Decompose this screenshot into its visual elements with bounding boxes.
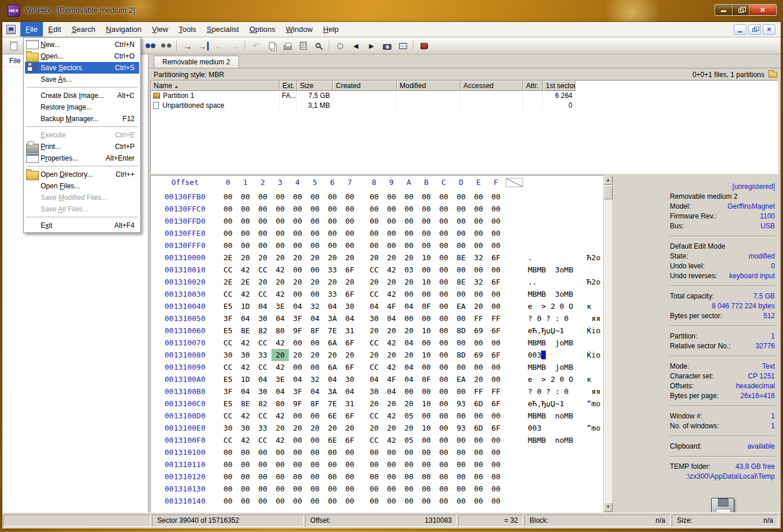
hex-byte[interactable]: 2E	[219, 252, 237, 264]
hex-byte[interactable]: 00	[452, 495, 470, 507]
hex-byte[interactable]: 00	[400, 495, 418, 507]
previous-window-icon[interactable]: ◀	[349, 39, 363, 53]
hex-byte[interactable]: 00	[418, 495, 435, 507]
hex-byte[interactable]: 6F	[487, 422, 505, 434]
hex-byte[interactable]: 42	[271, 410, 289, 422]
hex-byte[interactable]: 20	[400, 422, 418, 434]
hex-byte[interactable]: 00	[365, 215, 383, 227]
menu-item-new[interactable]: New...Ctrl+N	[25, 39, 139, 50]
hex-byte[interactable]: 42	[237, 434, 254, 446]
hex-text[interactable]: 003 Ќio	[528, 349, 600, 361]
hex-byte[interactable]: 3E	[271, 300, 289, 312]
hex-byte[interactable]: 00	[306, 215, 324, 227]
hex-byte[interactable]: 00	[452, 312, 470, 325]
hex-byte[interactable]: 00	[400, 288, 418, 300]
hex-byte[interactable]: 00	[341, 227, 358, 239]
hex-byte[interactable]: 30	[365, 312, 383, 325]
tools-icon[interactable]	[333, 39, 347, 53]
hex-byte[interactable]: 31	[341, 398, 358, 410]
hex-byte[interactable]: 00	[219, 483, 237, 495]
hex-byte[interactable]: 30	[365, 385, 383, 398]
maximize-button[interactable]	[733, 4, 749, 16]
hex-byte[interactable]: 00	[219, 446, 237, 458]
hex-byte[interactable]: 20	[383, 325, 400, 337]
menu-item-create-disk-image[interactable]: Create Disk Image...Alt+C	[25, 90, 139, 101]
hex-byte[interactable]: 00	[271, 495, 289, 507]
hex-byte[interactable]: 00	[365, 191, 383, 203]
hex-byte[interactable]: 20	[289, 276, 306, 288]
hex-byte[interactable]: 00	[254, 495, 271, 507]
hex-byte[interactable]: 32	[470, 252, 487, 264]
hex-byte[interactable]: 00	[306, 203, 324, 215]
hex-text[interactable]: MBMB joMB	[528, 337, 600, 349]
screenshot-icon[interactable]	[380, 39, 394, 53]
hex-byte[interactable]: 00	[341, 203, 358, 215]
hex-byte[interactable]: 00	[418, 361, 435, 373]
hex-byte[interactable]: 00	[470, 471, 487, 483]
hex-byte[interactable]: 6F	[341, 361, 358, 373]
hex-byte[interactable]: CC	[254, 337, 271, 349]
hex-byte[interactable]: 00	[435, 337, 452, 349]
hex-byte[interactable]: 00	[271, 227, 289, 239]
hex-byte[interactable]: FF	[487, 385, 505, 398]
hex-byte[interactable]: 6F	[487, 325, 505, 337]
hex-byte[interactable]: 00	[400, 483, 418, 495]
hex-byte[interactable]: 00	[306, 264, 324, 276]
menu-item-restore-image[interactable]: Restore Image...	[25, 101, 139, 113]
hex-byte[interactable]: 20	[400, 325, 418, 337]
hex-byte[interactable]: 1D	[237, 300, 254, 312]
hex-byte[interactable]: 00	[470, 337, 487, 349]
hex-byte[interactable]: 00	[237, 458, 254, 471]
hex-byte[interactable]: CC	[365, 337, 383, 349]
hex-byte[interactable]: 93	[452, 422, 470, 434]
hex-byte[interactable]: 04	[400, 337, 418, 349]
goto-marker-icon[interactable]: →	[196, 39, 211, 53]
hex-byte[interactable]: 33	[324, 264, 341, 276]
hex-byte[interactable]: 00	[383, 458, 400, 471]
hex-byte[interactable]: 04	[400, 361, 418, 373]
hex-byte[interactable]: 00	[418, 337, 435, 349]
menu-item-execute[interactable]: ExecuteCtrl+E	[25, 129, 139, 141]
hex-byte[interactable]: 04	[237, 312, 254, 325]
hex-byte[interactable]: 20	[271, 252, 289, 264]
hex-byte[interactable]: 00	[365, 446, 383, 458]
hex-byte[interactable]: 20	[254, 252, 271, 264]
hex-byte[interactable]: 00	[435, 312, 452, 325]
hex-byte[interactable]: 20	[324, 276, 341, 288]
hex-byte[interactable]: 20	[306, 252, 324, 264]
hex-byte[interactable]: 00	[487, 446, 505, 458]
hex-byte[interactable]: 00	[418, 264, 435, 276]
hex-byte[interactable]: CC	[254, 434, 271, 446]
menu-item-print[interactable]: Print...Ctrl+P	[25, 141, 139, 152]
hex-byte[interactable]: 00	[324, 471, 341, 483]
calculator-icon[interactable]	[296, 39, 310, 53]
hex-byte[interactable]: 00	[400, 458, 418, 471]
hex-byte[interactable]: 03	[400, 264, 418, 276]
find-hex-again-icon[interactable]	[143, 39, 158, 53]
hex-byte[interactable]: 82	[254, 398, 271, 410]
hex-byte[interactable]: 00	[289, 446, 306, 458]
hex-byte[interactable]: 7E	[324, 325, 341, 337]
hex-byte[interactable]: 00	[219, 215, 237, 227]
hex-byte[interactable]: 00	[452, 458, 470, 471]
hex-byte[interactable]: 00	[435, 471, 452, 483]
hex-byte[interactable]: 00	[435, 410, 452, 422]
hex-byte[interactable]: 00	[418, 471, 435, 483]
hex-byte[interactable]: 00	[418, 483, 435, 495]
hex-byte[interactable]: 00	[418, 458, 435, 471]
hex-byte[interactable]: 2E	[237, 276, 254, 288]
hex-byte[interactable]: 6F	[341, 264, 358, 276]
hex-byte[interactable]: 00	[452, 239, 470, 252]
hex-byte[interactable]: 00	[435, 349, 452, 361]
hex-byte[interactable]: 20	[289, 252, 306, 264]
tab-removable-medium-2[interactable]: Removable medium 2	[154, 56, 239, 68]
hex-byte[interactable]: 20	[383, 349, 400, 361]
next-window-icon[interactable]: ▶	[364, 39, 379, 53]
hex-byte[interactable]: 04	[254, 300, 271, 312]
new-file-icon[interactable]	[6, 39, 21, 53]
hex-byte[interactable]: 00	[452, 215, 470, 227]
hex-byte[interactable]: 42	[271, 264, 289, 276]
hex-byte[interactable]: 20	[365, 325, 383, 337]
hex-byte[interactable]: 1D	[237, 373, 254, 385]
hex-byte[interactable]: 00	[470, 227, 487, 239]
